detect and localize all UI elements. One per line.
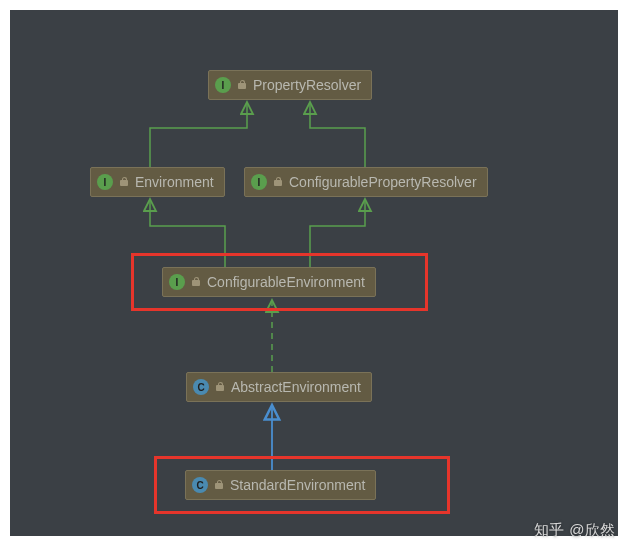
node-configurable-property-resolver[interactable]: I ConfigurablePropertyResolver — [244, 167, 488, 197]
lock-icon — [214, 480, 224, 490]
interface-icon: I — [251, 174, 267, 190]
node-configurable-environment[interactable]: I ConfigurableEnvironment — [162, 267, 376, 297]
node-label: StandardEnvironment — [230, 477, 365, 493]
interface-icon: I — [97, 174, 113, 190]
lock-icon — [119, 177, 129, 187]
node-property-resolver[interactable]: I PropertyResolver — [208, 70, 372, 100]
class-icon: C — [192, 477, 208, 493]
edge-ce-to-cpr — [310, 199, 365, 267]
node-label: PropertyResolver — [253, 77, 361, 93]
interface-icon: I — [169, 274, 185, 290]
edge-ce-to-env — [150, 199, 225, 267]
edge-env-to-pr — [150, 102, 247, 167]
edge-cpr-to-pr — [310, 102, 365, 167]
node-label: AbstractEnvironment — [231, 379, 361, 395]
node-abstract-environment[interactable]: C AbstractEnvironment — [186, 372, 372, 402]
lock-icon — [191, 277, 201, 287]
class-icon: C — [193, 379, 209, 395]
lock-icon — [237, 80, 247, 90]
lock-icon — [215, 382, 225, 392]
lock-icon — [273, 177, 283, 187]
interface-icon: I — [215, 77, 231, 93]
node-standard-environment[interactable]: C StandardEnvironment — [185, 470, 376, 500]
node-label: Environment — [135, 174, 214, 190]
diagram-canvas: I PropertyResolver I Environment I Confi… — [10, 10, 618, 536]
node-environment[interactable]: I Environment — [90, 167, 225, 197]
node-label: ConfigurablePropertyResolver — [289, 174, 477, 190]
node-label: ConfigurableEnvironment — [207, 274, 365, 290]
watermark: 知乎 @欣然 — [534, 521, 616, 540]
